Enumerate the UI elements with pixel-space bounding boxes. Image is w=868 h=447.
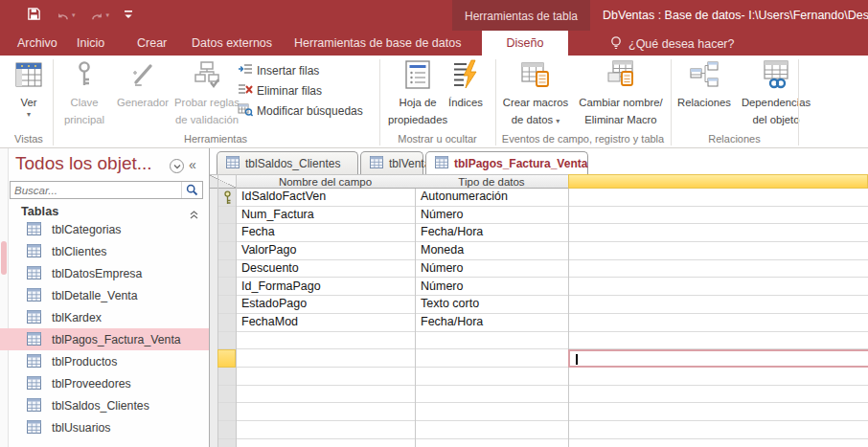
field-row[interactable]: EstadoPago Texto corto bbox=[217, 296, 868, 314]
current-row-selector[interactable] bbox=[217, 349, 236, 368]
dependencias-button[interactable]: Dependencias del objeto bbox=[736, 59, 816, 127]
field-type-cell[interactable]: Moneda bbox=[421, 243, 464, 257]
field-type-cell[interactable]: Autonumeración bbox=[421, 190, 508, 203]
ver-dropdown-arrow: ▾ bbox=[8, 110, 50, 119]
field-row[interactable]: IdSaldoFactVen Autonumeración bbox=[217, 189, 868, 207]
table-icon bbox=[27, 420, 41, 437]
field-name-cell[interactable]: Fecha bbox=[241, 225, 275, 238]
validation-rules-icon bbox=[192, 59, 222, 90]
tab-archivo[interactable]: Archivo bbox=[17, 31, 57, 56]
empty-row[interactable] bbox=[217, 403, 868, 421]
field-name-cell[interactable]: ValorPago bbox=[241, 243, 296, 257]
field-name-cell[interactable]: IdSaldoFactVen bbox=[241, 190, 326, 203]
grid-header-nombre[interactable]: Nombre del campo bbox=[236, 174, 415, 189]
nav-pane-collapse-button[interactable]: « bbox=[189, 157, 196, 172]
field-name-cell[interactable]: Num_Factura bbox=[241, 208, 314, 221]
eliminar-filas-button[interactable]: Eliminar filas bbox=[238, 81, 322, 100]
nav-item-tbldatosempresa[interactable]: tblDatosEmpresa bbox=[0, 262, 209, 284]
cambiar-nombre-button[interactable]: Cambiar nombre/ Eliminar Macro bbox=[573, 59, 669, 127]
relaciones-button[interactable]: Relaciones bbox=[674, 59, 734, 110]
field-row[interactable]: ValorPago Moneda bbox=[217, 242, 868, 260]
doc-tab-label: tblSaldos_Clientes bbox=[245, 157, 340, 170]
field-row[interactable]: Id_FormaPago Número bbox=[217, 279, 868, 297]
doc-tab-tblpagos-factura-venta[interactable]: tblPagos_Factura_Venta bbox=[425, 151, 588, 174]
nav-item-tblproveedores[interactable]: tblProveedores bbox=[0, 372, 209, 394]
group-label-mostrar: Mostrar u ocultar bbox=[379, 133, 495, 146]
tab-inicio[interactable]: Inicio bbox=[77, 31, 104, 56]
lightbulb-icon bbox=[609, 35, 623, 54]
hoja-propiedades-label: Hoja de propiedades bbox=[388, 97, 447, 125]
nav-pane-menu-button[interactable] bbox=[170, 159, 184, 173]
modificar-busquedas-label: Modificar búsquedas bbox=[257, 104, 363, 118]
insertar-filas-button[interactable]: Insertar filas bbox=[238, 61, 319, 79]
field-row[interactable]: Descuento Número bbox=[217, 260, 868, 279]
table-icon bbox=[27, 398, 41, 415]
grid-corner-cell[interactable] bbox=[210, 174, 236, 189]
doc-tab-tblventas[interactable]: tblVentas bbox=[360, 151, 423, 174]
field-type-cell[interactable]: Número bbox=[421, 261, 463, 275]
modificar-busquedas-button[interactable]: Modificar búsquedas bbox=[238, 101, 363, 120]
nav-item-tblcategorias[interactable]: tblCategorias bbox=[0, 218, 209, 240]
nav-item-tblkardex[interactable]: tblKardex bbox=[0, 306, 209, 328]
doc-tab-tblsaldos-clientes[interactable]: tblSaldos_Clientes bbox=[217, 151, 358, 174]
rename-macro-icon bbox=[605, 59, 636, 90]
focused-description-cell[interactable] bbox=[568, 349, 868, 369]
lookup-edit-icon bbox=[238, 102, 253, 120]
nav-item-tblproductos[interactable]: tblProductos bbox=[0, 350, 209, 372]
tell-me-label: ¿Qué desea hacer? bbox=[628, 37, 735, 51]
field-name-cell[interactable]: FechaMod bbox=[241, 315, 298, 328]
nav-item-tbldetalle-venta[interactable]: tblDetalle_Venta bbox=[0, 284, 209, 306]
indices-button[interactable]: Índices bbox=[443, 59, 489, 110]
crear-macros-button[interactable]: Crear macros de datos ▾ bbox=[498, 59, 573, 127]
tab-datos-externos[interactable]: Datos externos bbox=[192, 31, 272, 56]
field-type-cell[interactable]: Fecha/Hora bbox=[421, 225, 483, 238]
empty-row[interactable] bbox=[217, 421, 868, 439]
insert-rows-icon bbox=[238, 62, 253, 79]
grid-line bbox=[568, 189, 569, 447]
search-box bbox=[10, 181, 203, 199]
table-icon bbox=[370, 156, 383, 171]
property-sheet-icon bbox=[402, 59, 433, 90]
empty-row[interactable] bbox=[217, 386, 868, 404]
quick-access-toolbar: ▾ ▾ bbox=[27, 0, 133, 31]
chevron-down-icon bbox=[173, 164, 181, 169]
field-row[interactable]: Fecha Fecha/Hora bbox=[217, 224, 868, 242]
hoja-propiedades-button[interactable]: Hoja de propiedades bbox=[387, 59, 448, 127]
tab-crear[interactable]: Crear bbox=[137, 31, 167, 56]
tab-diseno[interactable]: Diseño bbox=[482, 31, 568, 56]
relationships-icon bbox=[689, 59, 720, 90]
tab-herramientas-bd[interactable]: Herramientas de base de datos bbox=[294, 31, 461, 56]
search-input[interactable] bbox=[11, 182, 181, 198]
empty-row[interactable] bbox=[217, 332, 868, 350]
grid-header-tipo[interactable]: Tipo de datos bbox=[415, 174, 568, 189]
nav-item-tblusuarios[interactable]: tblUsuarios bbox=[0, 416, 209, 438]
nav-items: tblCategorias tblClientes tblDatosEmpres… bbox=[0, 218, 209, 438]
tell-me-box[interactable]: ¿Qué desea hacer? bbox=[609, 34, 735, 55]
redo-icon: ▾ bbox=[90, 10, 110, 22]
save-icon[interactable] bbox=[27, 7, 41, 25]
field-name-cell[interactable]: Descuento bbox=[241, 261, 299, 275]
field-name-cell[interactable]: Id_FormaPago bbox=[241, 279, 321, 293]
grid-left-margin bbox=[210, 189, 217, 447]
customize-qat-icon[interactable] bbox=[124, 7, 133, 24]
nav-item-tblpagos-factura-venta[interactable]: tblPagos_Factura_Venta bbox=[0, 328, 209, 350]
field-row[interactable]: FechaMod Fecha/Hora bbox=[217, 314, 868, 332]
nav-item-tblsaldos-clientes[interactable]: tblSaldos_Clientes bbox=[0, 394, 209, 416]
field-type-cell[interactable]: Número bbox=[421, 279, 463, 293]
datasheet-view-icon bbox=[13, 59, 44, 90]
window-title: DbVentas : Base de datos- I:\Users\Ferna… bbox=[603, 9, 868, 22]
field-type-cell[interactable]: Texto corto bbox=[421, 297, 479, 310]
empty-row[interactable] bbox=[217, 439, 868, 447]
nav-item-tblclientes[interactable]: tblClientes bbox=[0, 240, 209, 262]
field-type-cell[interactable]: Número bbox=[421, 208, 463, 221]
empty-row[interactable] bbox=[217, 368, 868, 386]
title-bar: ▾ ▾ Herramientas de tabla DbVentas : Bas… bbox=[0, 0, 868, 31]
ribbon-tab-row: Archivo Inicio Crear Datos externos Herr… bbox=[0, 31, 868, 56]
field-row[interactable]: Num_Factura Número bbox=[217, 207, 868, 225]
grid-header-descripcion[interactable] bbox=[568, 174, 868, 189]
field-type-cell[interactable]: Fecha/Hora bbox=[421, 315, 483, 328]
field-name-cell[interactable]: EstadoPago bbox=[241, 297, 307, 310]
contextual-tab-group: Herramientas de tabla bbox=[452, 0, 590, 31]
search-icon[interactable] bbox=[181, 182, 202, 198]
ver-button[interactable]: Ver ▾ bbox=[8, 59, 50, 119]
